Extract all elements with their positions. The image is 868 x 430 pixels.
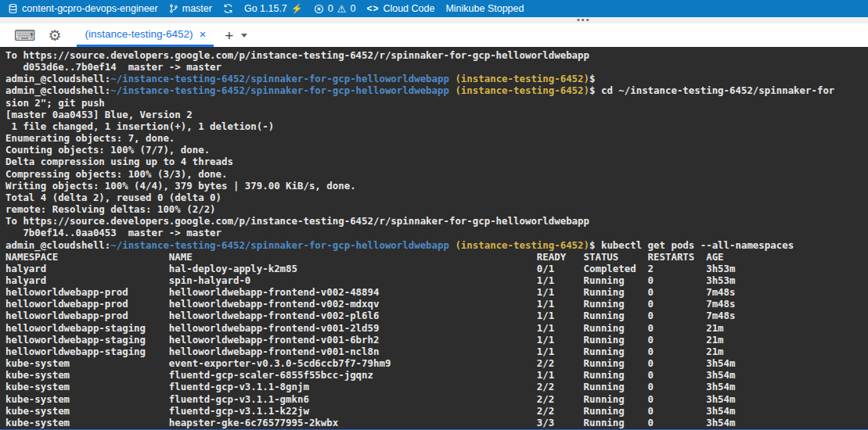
terminal-line: [master 0aa0453] Blue, Version 2 [5, 109, 868, 120]
terminal-line: sion 2"; git push [5, 97, 868, 109]
project-label: content-gcpro-devops-engineer [22, 3, 158, 14]
error-count: 0 [328, 3, 333, 14]
terminal-line: kube-system event-exporter-v0.3.0-5cd6cc… [5, 357, 868, 369]
terminal-line: admin_@cloudshell:~/instance-testing-645… [5, 73, 868, 84]
status-bar: content-gcpro-devops-engineer master Go … [0, 0, 868, 17]
terminal-line: halyard hal-deploy-apply-k2m85 0/1 Compl… [5, 263, 868, 274]
terminal-line: helloworldwebapp-staging helloworldwebap… [5, 322, 868, 334]
terminal-line: kube-system fluentd-gcp-scaler-6855f55bc… [5, 369, 868, 381]
terminal-line: Compressing objects: 100% (3/3), done. [5, 168, 868, 180]
terminal-line: Counting objects: 100% (7/7), done. [5, 144, 868, 156]
terminal-line: To https://source.developers.google.com/… [5, 49, 868, 61]
minikube-label: Minikube Stopped [445, 3, 524, 14]
lightning-icon: ⚡ [291, 4, 303, 13]
warning-count: 0 [350, 3, 355, 14]
terminal-line: admin_@cloudshell:~/instance-testing-645… [5, 239, 868, 251]
terminal-output[interactable]: To https://source.developers.google.com/… [0, 47, 868, 429]
terminal-line: helloworldwebapp-prod helloworldwebapp-f… [5, 286, 868, 298]
terminal-line: helloworldwebapp-prod helloworldwebapp-f… [5, 298, 868, 310]
cloud-code-label: Cloud Code [383, 3, 434, 14]
terminal-tab-label: (instance-testing-6452) [85, 28, 193, 40]
terminal-line: Total 4 (delta 2), reused 0 (delta 0) [5, 192, 868, 203]
drag-handle-dots-icon[interactable]: ••• [577, 14, 591, 25]
terminal-line: kube-system fluentd-gcp-v3.1.1-gmkn6 2/2… [5, 393, 868, 405]
go-version-label: Go 1.15.7 [244, 3, 287, 14]
terminal-line: Delta compression using up to 4 threads [5, 156, 868, 167]
keyboard-icon[interactable]: ⌨ [14, 28, 35, 43]
terminal-line: admin_@cloudshell:~/instance-testing-645… [5, 84, 868, 96]
terminal-line: helloworldwebapp-prod helloworldwebapp-f… [5, 310, 868, 321]
terminal-line: kube-system fluentd-gcp-v3.1.1-k22jw 2/2… [5, 405, 868, 417]
git-branch-indicator[interactable]: master [169, 3, 212, 14]
new-tab-button[interactable]: + [225, 28, 233, 43]
cloud-code-indicator[interactable]: <> Cloud Code [366, 3, 434, 14]
terminal-line: helloworldwebapp-staging helloworldwebap… [5, 346, 868, 357]
terminal-line: halyard spin-halyard-0 1/1 Running 0 3h5… [5, 274, 868, 286]
branch-label: master [182, 3, 212, 14]
go-version-indicator[interactable]: Go 1.15.7 ⚡ [244, 3, 303, 14]
terminal-line: NAMESPACE NAME READY STATUS RESTARTS AGE [5, 251, 868, 263]
terminal-line: 1 file changed, 1 insertion(+), 1 deleti… [5, 120, 868, 132]
terminal-line: kube-system fluentd-gcp-v3.1.1-8gnjm 2/2… [5, 381, 868, 392]
terminal-line: remote: Resolving deltas: 100% (2/2) [5, 203, 868, 215]
project-indicator[interactable]: content-gcpro-devops-engineer [8, 3, 158, 14]
terminal-line: To https://source.developers.google.com/… [5, 215, 868, 227]
problems-indicator[interactable]: 0 ⚠ 0 [314, 3, 356, 14]
panel-resize-handle[interactable]: ••• [0, 17, 868, 23]
chevron-down-icon[interactable] [241, 34, 247, 38]
close-icon[interactable]: × [200, 28, 207, 40]
sync-button[interactable] [223, 3, 233, 14]
terminal-tab-bar: ⌨ ⚙ (instance-testing-6452) × + [0, 23, 868, 47]
minikube-status[interactable]: Minikube Stopped [445, 3, 524, 14]
settings-gear-icon[interactable]: ⚙ [48, 28, 61, 43]
terminal-line: 7b0ef14..0aa0453 master -> master [5, 227, 868, 238]
terminal-line: Enumerating objects: 7, done. [5, 132, 868, 144]
terminal-line: d053d6e..7b0ef14 master -> master [5, 61, 868, 73]
terminal-tab[interactable]: (instance-testing-6452) × [77, 23, 214, 47]
git-branch-icon [169, 3, 178, 14]
database-icon [8, 3, 18, 14]
error-icon [314, 4, 324, 14]
terminal-line: Writing objects: 100% (4/4), 379 bytes |… [5, 180, 868, 192]
terminal-line: helloworldwebapp-staging helloworldwebap… [5, 334, 868, 346]
terminal-line: kube-system heapster-gke-6c76577995-2kwb… [5, 417, 868, 428]
code-brackets-icon: <> [366, 3, 379, 14]
warning-icon: ⚠ [337, 4, 347, 14]
sync-icon [223, 3, 233, 14]
